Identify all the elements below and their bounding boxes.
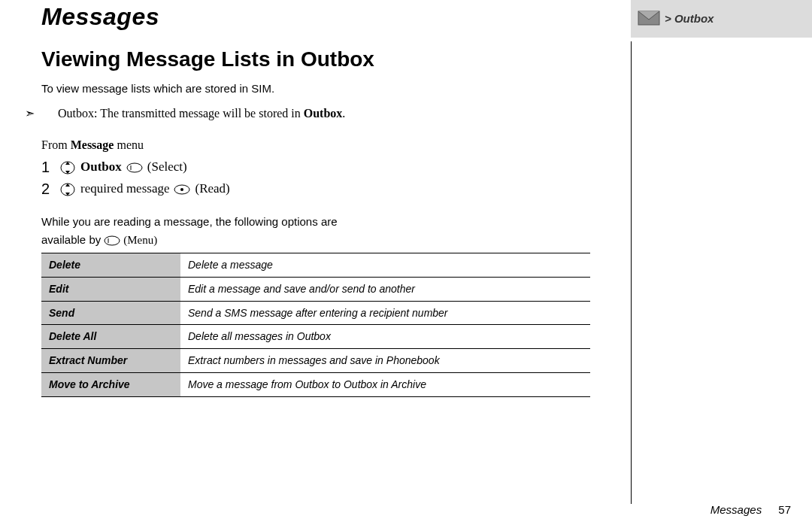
steps-list: 1 Outbox (Select) 2 required message (Re… bbox=[41, 157, 598, 199]
step-number: 2 bbox=[41, 179, 55, 199]
breadcrumb-text: > Outbox bbox=[665, 12, 714, 25]
step-number: 1 bbox=[41, 157, 55, 178]
option-desc: Move a message from Outbox to Outbox in … bbox=[180, 373, 590, 397]
softkey-left-icon bbox=[126, 161, 143, 174]
step-2: 2 required message (Read) bbox=[41, 179, 598, 199]
envelope-icon bbox=[638, 9, 660, 27]
option-desc: Delete all messages in Outbox bbox=[180, 325, 590, 349]
center-key-icon bbox=[174, 183, 190, 196]
table-row: EditEdit a message and save and/or send … bbox=[41, 277, 590, 301]
option-desc: Send a SMS message after entering a reci… bbox=[180, 301, 590, 325]
option-name: Extract Number bbox=[41, 349, 180, 373]
table-row: SendSend a SMS message after entering a … bbox=[41, 301, 590, 325]
option-desc: Delete a message bbox=[180, 253, 590, 277]
step-1-target: Outbox bbox=[80, 159, 122, 176]
options-intro-line2: available by (Menu) bbox=[41, 232, 598, 247]
nav-key-icon bbox=[59, 183, 76, 196]
step-2-action: (Read) bbox=[195, 181, 229, 198]
breadcrumb: > Outbox bbox=[638, 9, 714, 27]
option-desc: Extract numbers in messages and save in … bbox=[180, 349, 590, 373]
page-footer: Messages 57 bbox=[710, 503, 791, 516]
header-band: Messages > Outbox bbox=[0, 0, 812, 38]
table-row: Move to ArchiveMove a message from Outbo… bbox=[41, 373, 590, 397]
outbox-note: ➣Outbox: The transmitted message will be… bbox=[58, 105, 598, 122]
page-content: Viewing Message Lists in Outbox To view … bbox=[41, 45, 598, 397]
from-menu-line: From Message menu bbox=[41, 137, 598, 153]
svg-point-10 bbox=[105, 236, 120, 245]
lead-text: To view message lists which are stored i… bbox=[41, 81, 598, 96]
table-row: DeleteDelete a message bbox=[41, 253, 590, 277]
table-row: Extract NumberExtract numbers in message… bbox=[41, 349, 590, 373]
footer-label: Messages bbox=[710, 503, 762, 516]
section-title: Messages bbox=[41, 3, 159, 31]
step-2-target: required message bbox=[80, 181, 169, 198]
step-1: 1 Outbox (Select) bbox=[41, 157, 598, 178]
option-desc: Edit a message and save and/or send to a… bbox=[180, 277, 590, 301]
option-name: Delete All bbox=[41, 325, 180, 349]
softkey-left-icon bbox=[104, 234, 120, 247]
options-table: DeleteDelete a messageEditEdit a message… bbox=[41, 253, 590, 397]
option-name: Delete bbox=[41, 253, 180, 277]
svg-point-4 bbox=[127, 163, 142, 172]
options-intro-line1: While you are reading a message, the fol… bbox=[41, 214, 598, 229]
nav-key-icon bbox=[59, 161, 76, 174]
option-name: Send bbox=[41, 301, 180, 325]
step-1-action: (Select) bbox=[147, 159, 187, 176]
option-name: Edit bbox=[41, 277, 180, 301]
page-title: Viewing Message Lists in Outbox bbox=[41, 45, 598, 74]
option-name: Move to Archive bbox=[41, 373, 180, 397]
table-row: Delete AllDelete all messages in Outbox bbox=[41, 325, 590, 349]
vertical-divider bbox=[631, 41, 632, 504]
svg-point-9 bbox=[180, 188, 183, 191]
page-number: 57 bbox=[778, 503, 791, 516]
bullet-arrow-icon: ➣ bbox=[41, 105, 58, 122]
